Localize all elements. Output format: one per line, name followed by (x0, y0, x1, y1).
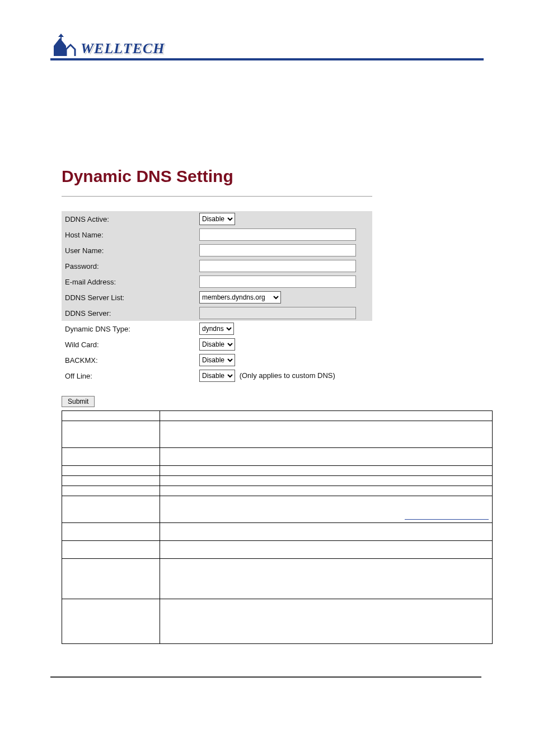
host-name-label: Host Name: (62, 227, 196, 242)
ddns-server-label: DDNS Server: (62, 305, 196, 321)
host-name-input[interactable] (199, 228, 356, 241)
ddns-active-label: DDNS Active: (62, 211, 196, 227)
email-label: E-mail Address: (62, 274, 196, 290)
footer-divider (50, 676, 481, 678)
server-list-select[interactable]: members.dyndns.org (199, 291, 281, 304)
brand-name: WELLTECH (81, 40, 165, 57)
dns-type-select[interactable]: dyndns (199, 323, 234, 335)
user-name-label: User Name: (62, 242, 196, 258)
logo-icon (50, 34, 78, 57)
ddns-form: DDNS Active: Disable Host Name: User Nam… (62, 211, 372, 384)
offline-note: (Only applies to custom DNS) (240, 371, 335, 380)
ddns-server-input (199, 307, 356, 319)
page-title: Dynamic DNS Setting (62, 167, 372, 197)
offline-label: Off Line: (62, 368, 196, 384)
password-label: Password: (62, 258, 196, 274)
link-underline (405, 513, 489, 520)
offline-select[interactable]: Disable (199, 370, 235, 382)
server-list-label: DDNS Server List: (62, 290, 196, 305)
header-logo-bar: WELLTECH (50, 34, 484, 60)
backmx-select[interactable]: Disable (199, 354, 235, 366)
description-table (62, 410, 493, 644)
submit-button[interactable]: Submit (62, 396, 95, 407)
user-name-input[interactable] (199, 244, 356, 256)
password-input[interactable] (199, 260, 356, 272)
ddns-active-select[interactable]: Disable (199, 213, 235, 225)
wild-card-label: Wild Card: (62, 337, 196, 352)
dns-type-label: Dynamic DNS Type: (62, 321, 196, 337)
backmx-label: BACKMX: (62, 352, 196, 368)
email-input[interactable] (199, 276, 356, 288)
wild-card-select[interactable]: Disable (199, 338, 235, 351)
